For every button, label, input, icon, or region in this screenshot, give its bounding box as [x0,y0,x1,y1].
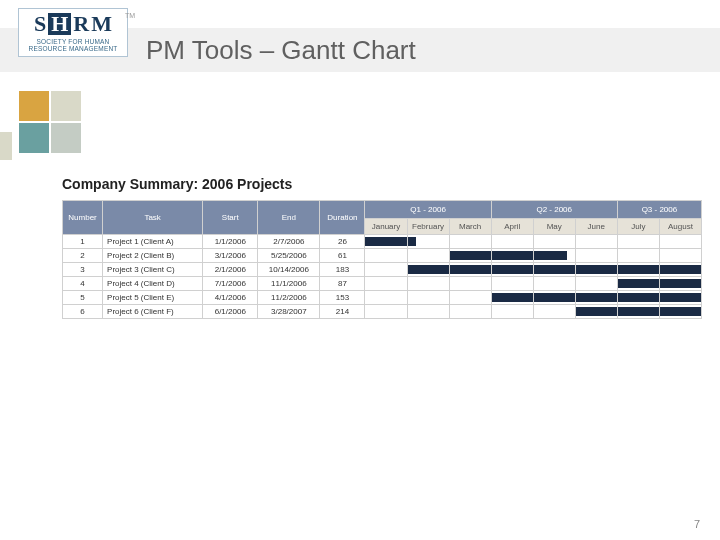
gantt-cell [533,277,575,291]
gantt-cell [365,249,407,263]
gantt-bar [618,293,659,302]
cell-number: 4 [63,277,103,291]
page-title: PM Tools – Gantt Chart [146,28,416,72]
gantt-cell [659,291,701,305]
cell-start: 4/1/2006 [203,291,258,305]
gantt-cell [533,249,575,263]
table-row: 3Project 3 (Client C)2/1/200610/14/20061… [63,263,702,277]
quarter-header: Q1 - 2006 [365,201,491,219]
table-row: 1Project 1 (Client A)1/1/20062/7/200626 [63,235,702,249]
cell-duration: 61 [320,249,365,263]
shrm-logo: TM S H R M SOCIETY FOR HUMAN RESOURCE MA… [18,8,128,57]
logo-subtitle-line1: SOCIETY FOR HUMAN [25,38,121,45]
gantt-cell [659,305,701,319]
table-row: 6Project 6 (Client F)6/1/20063/28/200721… [63,305,702,319]
gantt-bar [618,279,659,288]
logo-subtitle: SOCIETY FOR HUMAN RESOURCE MANAGEMENT [25,38,121,52]
month-header: April [491,219,533,235]
gantt-cell [659,235,701,249]
gantt-cell [617,263,659,277]
gantt-bar [365,237,406,246]
summary-title: Company Summary: 2006 Projects [62,176,708,192]
cell-task: Project 3 (Client C) [103,263,203,277]
gantt-cell [407,235,449,249]
slide: PM Tools – Gantt Chart TM S H R M SOCIET… [0,0,720,540]
gantt-cell [575,263,617,277]
gantt-bar [660,307,701,316]
month-header: May [533,219,575,235]
side-tab-icon [0,132,12,160]
gantt-cell [659,249,701,263]
quarter-row: Number Task Start End Duration Q1 - 2006… [63,201,702,219]
logo-letter-s: S [34,13,46,35]
square-icon [19,123,49,153]
cell-end: 11/1/2006 [258,277,320,291]
gantt-cell [617,235,659,249]
cell-end: 10/14/2006 [258,263,320,277]
month-header: January [365,219,407,235]
square-icon [51,123,81,153]
gantt-cell [449,235,491,249]
gantt-cell [449,249,491,263]
gantt-cell [617,291,659,305]
gantt-cell [533,235,575,249]
gantt-cell [533,263,575,277]
cell-start: 6/1/2006 [203,305,258,319]
gantt-bar [534,265,575,274]
gantt-bar [576,307,617,316]
logo-letter-m: M [91,13,112,35]
gantt-cell [407,291,449,305]
gantt-bar [660,265,701,274]
gantt-cell [365,277,407,291]
gantt-cell [659,263,701,277]
cell-end: 5/25/2006 [258,249,320,263]
gantt-cell [365,263,407,277]
gantt-bar [408,237,416,246]
table-row: 2Project 2 (Client B)3/1/20065/25/200661 [63,249,702,263]
gantt-bar [450,251,491,260]
gantt-cell [491,235,533,249]
table-row: 5Project 5 (Client E)4/1/200611/2/200615… [63,291,702,305]
month-header: February [407,219,449,235]
gantt-cell [575,305,617,319]
month-header: June [575,219,617,235]
logo-letter-r: R [73,13,89,35]
col-header-start: Start [203,201,258,235]
gantt-cell [659,277,701,291]
gantt-cell [533,305,575,319]
month-header: August [659,219,701,235]
col-header-number: Number [63,201,103,235]
gantt-cell [575,291,617,305]
gantt-cell [533,291,575,305]
cell-start: 7/1/2006 [203,277,258,291]
gantt-cell [491,305,533,319]
gantt-cell [617,249,659,263]
cell-end: 3/28/2007 [258,305,320,319]
logo-letter-h: H [48,13,71,35]
logo-subtitle-line2: RESOURCE MANAGEMENT [25,45,121,52]
gantt-cell [491,291,533,305]
table-row: 4Project 4 (Client D)7/1/200611/1/200687 [63,277,702,291]
page-number: 7 [694,518,700,530]
gantt-bar [576,265,617,274]
cell-task: Project 1 (Client A) [103,235,203,249]
gantt-bar [660,279,701,288]
gantt-cell [449,263,491,277]
gantt-cell [407,277,449,291]
square-icon [19,91,49,121]
content: Company Summary: 2006 Projects Number Ta… [62,176,708,319]
gantt-bar [492,265,533,274]
cell-duration: 26 [320,235,365,249]
trademark-icon: TM [125,12,135,19]
cell-task: Project 4 (Client D) [103,277,203,291]
cell-duration: 183 [320,263,365,277]
gantt-bar [660,293,701,302]
cell-number: 5 [63,291,103,305]
month-header: July [617,219,659,235]
cell-start: 2/1/2006 [203,263,258,277]
quarter-header: Q3 - 2006 [617,201,701,219]
cell-duration: 214 [320,305,365,319]
gantt-cell [407,305,449,319]
gantt-cell [407,263,449,277]
gantt-cell [575,235,617,249]
